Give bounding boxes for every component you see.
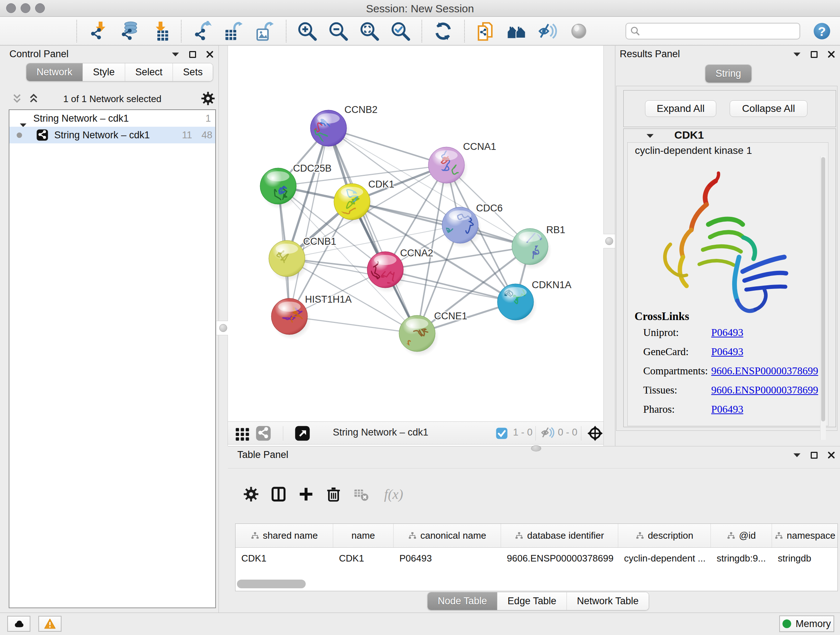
network-collection-row[interactable]: String Network – cdk1 1 <box>9 110 215 127</box>
table-cell[interactable]: stringdb <box>772 548 838 569</box>
add-column-icon[interactable] <box>297 486 315 503</box>
import-network-button[interactable] <box>87 19 109 43</box>
results-float-button[interactable] <box>811 51 818 58</box>
network-canvas[interactable]: CCNB2CCNA1CDC25BCDK1CDC6RB1CCNB1CCNA2CDK… <box>228 46 603 421</box>
panel-close-button[interactable] <box>205 50 214 59</box>
tab-edge-table[interactable]: Edge Table <box>497 592 567 610</box>
export-table-button[interactable] <box>223 19 245 43</box>
preview-eye-button[interactable] <box>568 19 590 43</box>
column-header-namespace[interactable]: namespace <box>772 524 838 547</box>
main-toolbar <box>0 17 840 46</box>
column-header-label: canonical name <box>420 530 486 541</box>
zoom-in-button[interactable] <box>297 19 318 43</box>
show-columns-icon[interactable] <box>270 486 287 503</box>
table-close-button[interactable] <box>827 451 836 459</box>
right-splitter[interactable] <box>603 46 615 446</box>
crosslink-link[interactable]: 9606.ENSP00000378699 <box>711 384 818 396</box>
network-options-gear-icon[interactable] <box>201 91 215 106</box>
protein-entry-body: cyclin-dependent kinase 1 <box>627 142 829 426</box>
entry-collapse-caret-icon[interactable] <box>646 133 654 140</box>
results-scrollbar-thumb[interactable] <box>821 157 825 421</box>
table-float-button[interactable] <box>811 452 818 459</box>
results-menu-caret-icon[interactable] <box>793 50 801 59</box>
cloud-status-button[interactable] <box>7 616 30 632</box>
search-input[interactable] <box>641 25 796 37</box>
right-splitter-grip[interactable] <box>602 234 616 249</box>
open-session-button[interactable] <box>13 19 35 43</box>
import-database-button[interactable] <box>118 19 140 43</box>
expand-all-networks-icon[interactable] <box>11 93 23 105</box>
left-splitter[interactable] <box>219 46 228 446</box>
hide-eye-button[interactable] <box>537 19 559 43</box>
tab-network[interactable]: Network <box>27 63 83 81</box>
memory-button[interactable]: Memory <box>779 616 834 632</box>
help-button[interactable] <box>813 22 831 41</box>
column-header-canonical-name[interactable]: canonical name <box>393 524 501 547</box>
column-header-name[interactable]: name <box>333 524 393 547</box>
collapse-all-button[interactable]: Collapse All <box>729 100 807 117</box>
crosslink-link[interactable]: P06493 <box>711 346 744 358</box>
node-CDKN1A[interactable] <box>497 284 537 325</box>
table-horizontal-scrollbar[interactable] <box>237 580 306 588</box>
tab-sets[interactable]: Sets <box>173 63 213 81</box>
save-session-button[interactable] <box>44 19 66 43</box>
edge-CCNB2-HIST1H1A[interactable] <box>289 128 328 317</box>
view-grid-icon[interactable] <box>234 425 250 441</box>
table-cell[interactable]: CDK1 <box>333 548 393 569</box>
hidden-eye-icon[interactable] <box>540 425 555 440</box>
detach-view-icon[interactable] <box>294 425 310 441</box>
crosslink-link[interactable]: P06493 <box>711 326 744 339</box>
results-scrollbar[interactable] <box>820 156 826 440</box>
node-CDK1[interactable] <box>333 184 374 225</box>
birdseye-crosshair-icon[interactable] <box>587 425 603 442</box>
node-CDC6[interactable] <box>439 207 482 249</box>
table-cell[interactable]: CDK1 <box>235 548 333 569</box>
zoom-fit-button[interactable] <box>358 19 380 43</box>
selected-checkbox-icon[interactable] <box>496 427 508 440</box>
expand-all-button[interactable]: Expand All <box>645 100 716 117</box>
column-header-description[interactable]: description <box>618 524 711 547</box>
function-builder-icon[interactable]: f(x) <box>380 486 407 503</box>
table-cell[interactable]: stringdb:9... <box>711 548 772 569</box>
warnings-button[interactable] <box>38 616 62 632</box>
table-cell[interactable]: P06493 <box>393 548 501 569</box>
export-image-button[interactable] <box>254 19 276 43</box>
tab-node-table[interactable]: Node Table <box>428 592 497 610</box>
column-header-shared-name[interactable]: shared name <box>235 524 333 547</box>
delete-column-icon[interactable] <box>325 486 342 503</box>
table-menu-caret-icon[interactable] <box>793 451 801 459</box>
crosslink-link[interactable]: 9606.ENSP00000378699 <box>711 365 818 377</box>
table-settings-gear-icon[interactable] <box>242 486 260 503</box>
edge-CDK1-RB1[interactable] <box>352 202 530 247</box>
import-table-button[interactable] <box>149 19 171 43</box>
tab-string[interactable]: String <box>706 65 752 82</box>
tab-select[interactable]: Select <box>125 63 173 81</box>
node-RB1[interactable] <box>512 228 552 270</box>
clone-network-button[interactable] <box>475 19 497 43</box>
export-network-button[interactable] <box>192 19 213 43</box>
refresh-button[interactable] <box>432 19 454 43</box>
node-CDC25B[interactable] <box>260 168 300 209</box>
delete-table-icon[interactable] <box>352 486 370 503</box>
panel-menu-caret-icon[interactable] <box>171 50 180 59</box>
zoom-out-button[interactable] <box>327 19 349 43</box>
view-share-icon[interactable] <box>256 425 271 441</box>
crosslink-link[interactable]: P06493 <box>711 403 744 415</box>
network-row[interactable]: String Network – cdk1 11 48 <box>9 127 215 143</box>
column-header--id[interactable]: @id <box>711 524 772 547</box>
tab-style[interactable]: Style <box>83 63 125 81</box>
table-cell[interactable]: 9606.ENSP00000378699 <box>501 548 618 569</box>
node-CCNA1[interactable] <box>428 146 472 188</box>
table-cell[interactable]: cyclin-dependent ... <box>618 548 711 569</box>
node-CCNB1[interactable] <box>269 241 309 282</box>
results-close-button[interactable] <box>827 50 836 59</box>
zoom-selected-button[interactable] <box>390 19 411 43</box>
column-header-database-identifier[interactable]: database identifier <box>501 524 618 547</box>
tab-network-table[interactable]: Network Table <box>567 592 649 610</box>
search-box[interactable] <box>625 23 800 40</box>
table-row[interactable]: CDK1CDK1P064939606.ENSP00000378699cyclin… <box>235 548 837 569</box>
panel-float-button[interactable] <box>189 51 196 58</box>
protein-entry-header[interactable]: CDK1 <box>624 129 836 142</box>
home-views-button[interactable] <box>506 19 527 43</box>
horizontal-splitter-grip[interactable] <box>531 445 541 451</box>
